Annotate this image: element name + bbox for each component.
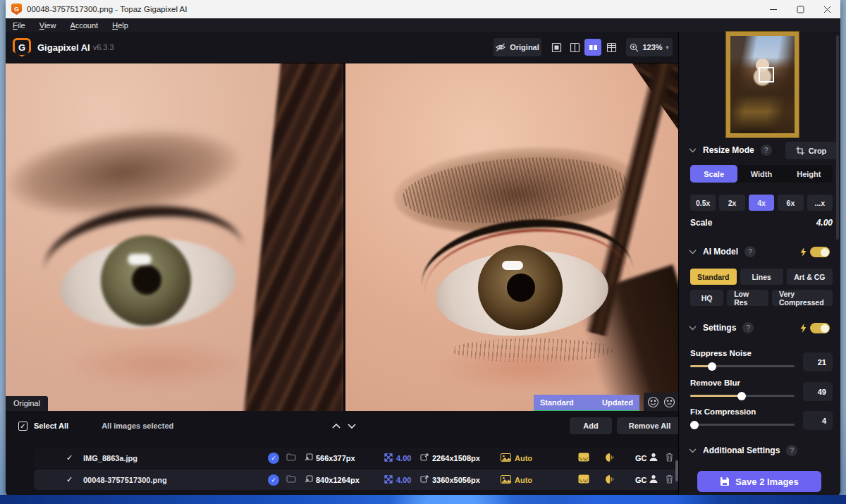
maximize-icon[interactable] — [787, 0, 814, 18]
side-by-side-view-icon[interactable] — [584, 39, 601, 56]
tab-height[interactable]: Height — [785, 165, 833, 183]
save-images-button[interactable]: Save 2 Images — [697, 471, 821, 492]
scale-current-value[interactable]: 4.00 — [816, 218, 833, 228]
smiley-icon[interactable] — [647, 396, 659, 408]
model-standard[interactable]: Standard — [690, 269, 737, 285]
chevron-down-icon — [689, 448, 697, 453]
model-low-res[interactable]: Low Res — [727, 290, 768, 306]
help-icon[interactable]: ? — [761, 145, 772, 156]
suppress-noise-slider[interactable] — [690, 365, 795, 367]
face-recovery-icon[interactable] — [649, 474, 658, 485]
model-row-1: Standard Lines Art & CG — [690, 269, 833, 285]
scale-option-4x[interactable]: 4x — [749, 195, 774, 211]
row-checkbox[interactable]: ✓ — [66, 453, 75, 462]
scale-option-custom[interactable]: ...x — [807, 195, 833, 211]
model-lines[interactable]: Lines — [740, 269, 783, 285]
viewport-selection-box[interactable] — [759, 67, 774, 82]
fix-compression-setting: Fix Compression 4 — [690, 407, 833, 426]
output-size: 3360x5056px — [432, 476, 480, 484]
select-all-label: Select All — [34, 422, 68, 430]
model-art-cg[interactable]: Art & CG — [787, 269, 833, 285]
suppress-noise-value[interactable]: 21 — [803, 352, 833, 371]
sidebar-scrollbar[interactable] — [836, 35, 839, 240]
add-button[interactable]: Add — [570, 417, 612, 434]
ai-model-auto-toggle[interactable] — [810, 247, 830, 257]
settings-header[interactable]: Settings ? — [689, 322, 754, 333]
menu-view[interactable]: View — [32, 20, 63, 31]
tab-scale[interactable]: Scale — [690, 165, 737, 183]
menu-account[interactable]: Account — [63, 20, 105, 31]
crop-button[interactable]: Crop — [785, 142, 837, 159]
section-title: Settings — [703, 323, 736, 333]
model-hq[interactable]: HQ — [690, 290, 723, 306]
fix-compression-slider[interactable] — [690, 424, 795, 426]
window-title: 00048-3757517300.png - Topaz Gigapixel A… — [27, 5, 187, 13]
additional-settings-header[interactable]: Additional Settings ? — [689, 445, 797, 456]
close-icon[interactable] — [814, 0, 840, 18]
lightning-icon — [800, 247, 807, 257]
zoom-in-icon — [630, 43, 639, 52]
row-checkbox[interactable]: ✓ — [66, 475, 75, 484]
contrast-icon[interactable] — [605, 453, 615, 464]
mode-label[interactable]: Auto — [515, 454, 532, 462]
single-view-icon[interactable] — [548, 39, 565, 56]
eye-off-icon — [496, 43, 505, 51]
neutral-face-icon[interactable] — [663, 396, 675, 408]
resize-mode-header[interactable]: Resize Mode ? — [689, 145, 772, 156]
folder-icon[interactable] — [286, 475, 296, 484]
face-recovery-icon[interactable] — [649, 453, 658, 463]
app-icon: G — [11, 4, 22, 15]
remove-all-button[interactable]: Remove All — [617, 417, 682, 434]
settings-sidebar: Resize Mode ? Crop Scale Width Height 0.… — [678, 32, 840, 496]
model-row-2: HQ Low Res Very Compressed — [690, 290, 833, 306]
tab-width[interactable]: Width — [737, 165, 785, 183]
next-image-icon[interactable] — [347, 423, 357, 429]
remove-blur-slider[interactable] — [690, 395, 795, 397]
help-icon[interactable]: ? — [786, 445, 797, 456]
settings-auto-toggle[interactable] — [810, 323, 830, 333]
ai-model-header[interactable]: AI Model ? — [689, 246, 756, 257]
noise-icon[interactable] — [578, 453, 589, 463]
fix-compression-value[interactable]: 4 — [803, 411, 833, 430]
menu-help[interactable]: Help — [105, 20, 135, 31]
minimize-icon[interactable] — [760, 0, 787, 18]
prev-image-icon[interactable] — [331, 423, 341, 429]
trash-icon[interactable] — [666, 453, 673, 463]
contrast-icon[interactable] — [605, 474, 615, 486]
help-icon[interactable]: ? — [744, 246, 756, 257]
resize-tabs: Scale Width Height — [690, 165, 833, 183]
gigapixel-logo-icon: G — [13, 38, 31, 57]
model-very-compressed[interactable]: Very Compressed — [772, 290, 833, 306]
split-view-icon[interactable] — [566, 39, 583, 56]
file-row[interactable]: ✓ 00048-3757517300.png ✓ 840x1264px 4.00… — [34, 469, 680, 490]
scale-option-6x[interactable]: 6x — [778, 195, 803, 211]
title-bar: G 00048-3757517300.png - Topaz Gigapixel… — [6, 0, 840, 18]
noise-icon[interactable] — [578, 474, 589, 485]
scale-value: 4.00 — [396, 454, 411, 462]
mode-label[interactable]: Auto — [515, 476, 532, 484]
select-all-checkbox[interactable]: ✓ — [18, 422, 27, 431]
scale-option-0.5x[interactable]: 0.5x — [690, 195, 716, 211]
zoom-control[interactable]: 123% ▾ — [626, 38, 673, 56]
app-name: Gigapixel AI — [37, 42, 90, 53]
selection-status: All images selected — [102, 422, 173, 430]
remove-blur-value[interactable]: 49 — [803, 382, 833, 401]
toolbar: G Gigapixel AI v6.3.3 Original — [6, 32, 678, 63]
menu-file[interactable]: File — [6, 20, 32, 31]
help-icon[interactable]: ? — [742, 322, 754, 333]
section-title: Additional Settings — [703, 445, 780, 455]
grid-view-icon[interactable] — [603, 39, 620, 56]
after-image[interactable] — [345, 63, 678, 411]
file-name: IMG_8863a.jpg — [83, 454, 137, 462]
before-image[interactable] — [6, 63, 343, 411]
input-size: 840x1264px — [316, 476, 360, 484]
app-version: v6.3.3 — [93, 43, 114, 51]
show-original-button[interactable]: Original — [494, 38, 541, 56]
file-row[interactable]: ✓ IMG_8863a.jpg ✓ 566x377px 4.00 2264x15… — [34, 448, 680, 468]
gigapixel-credit-label: GC — [635, 454, 647, 462]
view-mode-group — [548, 39, 620, 56]
folder-icon[interactable] — [286, 453, 296, 462]
navigation-thumbnail[interactable] — [726, 32, 799, 137]
scale-option-2x[interactable]: 2x — [719, 195, 744, 211]
trash-icon[interactable] — [666, 474, 673, 485]
